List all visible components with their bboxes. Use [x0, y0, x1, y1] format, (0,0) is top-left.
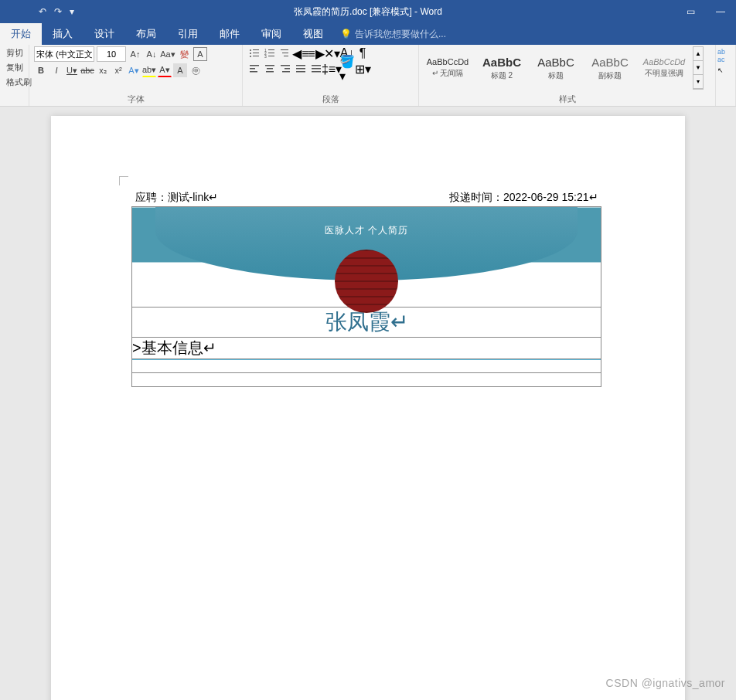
align-left-button[interactable] [247, 62, 261, 76]
styles-more-icon[interactable]: ▾ [693, 75, 703, 89]
svg-rect-1 [253, 49, 259, 50]
align-right-button[interactable] [278, 62, 292, 76]
ribbon-options-icon[interactable]: ▭ [681, 6, 700, 17]
italic-button[interactable]: I [49, 63, 63, 77]
font-size-combo[interactable] [97, 46, 126, 62]
format-painter-button[interactable]: 格式刷 [5, 76, 24, 89]
lightbulb-icon: 💡 [340, 29, 352, 39]
apply-field: 应聘：测试-link↵ [135, 191, 219, 205]
align-center-button[interactable] [263, 62, 277, 76]
grow-font-button[interactable]: A↑ [128, 47, 142, 61]
style-preview: AaBbC [591, 56, 629, 69]
cut-button[interactable]: 剪切 [5, 46, 24, 59]
show-hide-button[interactable]: ¶ [356, 46, 370, 60]
select-icon[interactable]: ↖ [717, 65, 734, 76]
text-effects-button[interactable]: A▾ [127, 63, 141, 77]
tell-me-search[interactable]: 💡 告诉我您想要做什么... [334, 28, 446, 41]
tab-insert[interactable]: 插入 [42, 23, 83, 45]
style-name: 副标题 [598, 70, 622, 81]
style-preview: AaBbC [537, 56, 574, 69]
bold-button[interactable]: B [34, 63, 48, 77]
tab-review[interactable]: 审阅 [250, 23, 292, 45]
editing-group: abac ↖ [716, 45, 736, 106]
shrink-font-button[interactable]: A↓ [145, 47, 158, 61]
svg-rect-5 [253, 56, 259, 56]
styles-group-label: 样式 [419, 93, 715, 105]
style-name: 不明显强调 [645, 68, 683, 79]
style-preview: AaBbC [482, 56, 521, 69]
paragraph-group-label: 段落 [243, 93, 418, 105]
style-subtle-emphasis[interactable]: AaBbCcDd 不明显强调 [639, 46, 690, 90]
tab-mailings[interactable]: 邮件 [209, 23, 250, 45]
borders-button[interactable]: ⊞▾ [356, 62, 370, 76]
highlight-button[interactable]: ab▾ [142, 63, 156, 77]
window-title: 张凤霞的简历.doc [兼容模式] - Word [294, 5, 442, 19]
tab-design[interactable]: 设计 [83, 23, 125, 45]
svg-rect-7 [268, 49, 274, 50]
tab-view[interactable]: 视图 [292, 23, 334, 45]
asian-layout-button[interactable]: ✕▾ [325, 46, 339, 60]
document-area[interactable]: 应聘：测试-link↵ 投递时间：2022-06-29 15:21↵ 医脉人才 … [0, 107, 736, 700]
ribbon: 剪切 复制 格式刷 A↑ A↓ Aa▾ 變 A B I U▾ abc x₂ x² [0, 45, 736, 107]
empty-row [132, 373, 601, 387]
svg-rect-29 [312, 71, 321, 73]
style-preview: AaBbCcDd [643, 57, 685, 66]
style-heading2[interactable]: AaBbC 标题 2 [476, 46, 527, 90]
styles-group: AaBbCcDd ↵ 无间隔 AaBbC 标题 2 AaBbC 标题 AaBbC… [419, 45, 716, 106]
svg-text:3: 3 [264, 54, 267, 59]
decrease-indent-button[interactable]: ◀≡ [294, 46, 308, 60]
svg-rect-24 [296, 65, 305, 66]
underline-button[interactable]: U▾ [65, 63, 79, 77]
line-spacing-button[interactable]: ‡≡▾ [325, 62, 339, 76]
shading-button[interactable]: 🪣▾ [340, 62, 354, 76]
justify-button[interactable] [294, 62, 308, 76]
styles-down-icon[interactable]: ▼ [693, 61, 703, 75]
clipboard-group: 剪切 复制 格式刷 [0, 45, 29, 106]
svg-rect-17 [250, 71, 257, 73]
enclose-characters-button[interactable]: ㊥ [189, 63, 203, 77]
subscript-button[interactable]: x₂ [96, 63, 110, 77]
banner-text: 医脉人才 个人简历 [325, 224, 408, 237]
character-border-button[interactable]: A [193, 47, 207, 61]
superscript-button[interactable]: x² [111, 63, 125, 77]
bullets-button[interactable] [247, 46, 261, 60]
increase-indent-button[interactable]: ≡▶ [309, 46, 323, 60]
tab-references[interactable]: 引用 [167, 23, 209, 45]
strikethrough-button[interactable]: abc [80, 63, 94, 77]
qat-more-icon[interactable]: ▾ [70, 6, 74, 17]
font-family-combo[interactable] [34, 46, 94, 62]
font-color-button[interactable]: A▾ [158, 63, 172, 77]
numbering-button[interactable]: 123 [263, 46, 277, 60]
svg-rect-27 [312, 65, 321, 66]
svg-point-4 [250, 56, 251, 57]
change-case-button[interactable]: Aa▾ [161, 47, 175, 61]
style-subtitle[interactable]: AaBbC 副标题 [584, 46, 635, 90]
style-title[interactable]: AaBbC 标题 [530, 46, 581, 90]
style-preview: AaBbCcDd [427, 57, 469, 66]
tab-home[interactable]: 开始 [0, 23, 42, 45]
style-no-spacing[interactable]: AaBbCcDd ↵ 无间隔 [422, 46, 473, 90]
undo-icon[interactable]: ↶ [39, 6, 46, 17]
banner-cell: 医脉人才 个人简历 [132, 207, 601, 308]
svg-rect-15 [250, 65, 259, 66]
svg-rect-13 [282, 53, 288, 53]
svg-point-2 [250, 53, 251, 54]
svg-rect-9 [268, 53, 274, 53]
paragraph-group: 123 ◀≡ ≡▶ ✕▾ A↓ ¶ ‡≡▾ 🪣▾ ⊞▾ 段落 [243, 45, 419, 106]
empty-row [132, 359, 601, 373]
styles-up-icon[interactable]: ▲ [693, 47, 703, 61]
window-controls: ▭ — [681, 6, 736, 17]
titlebar: ↶ ↷ ▾ 张凤霞的简历.doc [兼容模式] - Word ▭ — [0, 0, 736, 23]
multilevel-list-button[interactable] [278, 46, 292, 60]
phonetic-guide-button[interactable]: 變 [177, 47, 191, 61]
copy-button[interactable]: 复制 [5, 61, 24, 74]
tab-layout[interactable]: 布局 [125, 23, 167, 45]
minimize-button[interactable]: — [711, 6, 730, 17]
redo-icon[interactable]: ↷ [54, 6, 62, 17]
svg-rect-26 [296, 71, 305, 73]
replace-icon[interactable]: abac [717, 46, 734, 65]
styles-scrollbar[interactable]: ▲ ▼ ▾ [693, 46, 704, 90]
character-shading-button[interactable]: A [173, 63, 187, 77]
svg-rect-25 [296, 68, 305, 70]
avatar-seal [335, 250, 398, 313]
